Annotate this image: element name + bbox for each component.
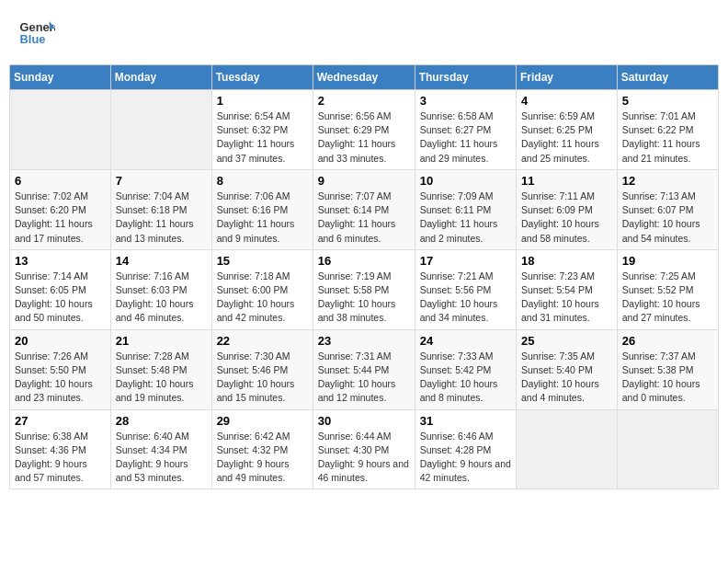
day-info: Sunrise: 7:01 AM Sunset: 6:22 PM Dayligh… (622, 109, 713, 166)
calendar-cell: 27Sunrise: 6:38 AM Sunset: 4:36 PM Dayli… (10, 409, 111, 489)
day-number: 14 (116, 254, 207, 268)
day-info: Sunrise: 6:54 AM Sunset: 6:32 PM Dayligh… (217, 109, 308, 166)
day-info: Sunrise: 7:37 AM Sunset: 5:38 PM Dayligh… (622, 350, 713, 406)
calendar-cell: 13Sunrise: 7:14 AM Sunset: 6:05 PM Dayli… (10, 249, 111, 329)
day-info: Sunrise: 6:58 AM Sunset: 6:27 PM Dayligh… (420, 109, 511, 166)
day-number: 7 (116, 174, 207, 188)
day-info: Sunrise: 6:40 AM Sunset: 4:34 PM Dayligh… (116, 430, 207, 486)
day-number: 21 (116, 334, 207, 348)
day-number: 19 (622, 254, 713, 268)
svg-text:Blue: Blue (20, 32, 46, 46)
day-number: 11 (521, 174, 612, 188)
day-number: 3 (420, 94, 511, 108)
day-number: 30 (318, 414, 410, 428)
day-number: 17 (420, 254, 511, 268)
calendar-week-2: 6Sunrise: 7:02 AM Sunset: 6:20 PM Daylig… (10, 169, 719, 249)
calendar-week-3: 13Sunrise: 7:14 AM Sunset: 6:05 PM Dayli… (10, 249, 719, 329)
day-info: Sunrise: 6:38 AM Sunset: 4:36 PM Dayligh… (15, 430, 106, 486)
calendar-cell: 10Sunrise: 7:09 AM Sunset: 6:11 PM Dayli… (415, 169, 516, 249)
day-info: Sunrise: 7:19 AM Sunset: 5:58 PM Dayligh… (318, 270, 410, 326)
day-number: 16 (318, 254, 410, 268)
day-info: Sunrise: 7:30 AM Sunset: 5:46 PM Dayligh… (217, 350, 308, 406)
day-number: 6 (15, 174, 106, 188)
day-info: Sunrise: 7:04 AM Sunset: 6:18 PM Dayligh… (116, 190, 207, 246)
calendar-cell: 19Sunrise: 7:25 AM Sunset: 5:52 PM Dayli… (617, 249, 718, 329)
day-info: Sunrise: 7:33 AM Sunset: 5:42 PM Dayligh… (420, 350, 511, 406)
day-info: Sunrise: 7:35 AM Sunset: 5:40 PM Dayligh… (521, 350, 612, 406)
weekday-header-sunday: Sunday (10, 65, 111, 90)
calendar-cell: 11Sunrise: 7:11 AM Sunset: 6:09 PM Dayli… (517, 169, 618, 249)
day-info: Sunrise: 7:13 AM Sunset: 6:07 PM Dayligh… (622, 190, 713, 246)
logo: General Blue (18, 14, 59, 51)
calendar-cell: 15Sunrise: 7:18 AM Sunset: 6:00 PM Dayli… (211, 249, 313, 329)
weekday-header-wednesday: Wednesday (313, 65, 415, 90)
day-info: Sunrise: 7:31 AM Sunset: 5:44 PM Dayligh… (318, 350, 410, 406)
calendar-cell: 1Sunrise: 6:54 AM Sunset: 6:32 PM Daylig… (211, 90, 313, 170)
day-info: Sunrise: 7:11 AM Sunset: 6:09 PM Dayligh… (521, 190, 612, 246)
day-info: Sunrise: 7:25 AM Sunset: 5:52 PM Dayligh… (622, 270, 713, 326)
weekday-header-friday: Friday (517, 65, 618, 90)
calendar-cell (617, 409, 718, 489)
weekday-header-thursday: Thursday (415, 65, 516, 90)
calendar-cell: 21Sunrise: 7:28 AM Sunset: 5:48 PM Dayli… (110, 329, 211, 409)
calendar-cell: 31Sunrise: 6:46 AM Sunset: 4:28 PM Dayli… (415, 409, 516, 489)
day-number: 12 (622, 174, 713, 188)
calendar-week-1: 1Sunrise: 6:54 AM Sunset: 6:32 PM Daylig… (10, 90, 719, 170)
calendar-week-4: 20Sunrise: 7:26 AM Sunset: 5:50 PM Dayli… (10, 329, 719, 409)
calendar-cell: 6Sunrise: 7:02 AM Sunset: 6:20 PM Daylig… (10, 169, 111, 249)
calendar-cell: 22Sunrise: 7:30 AM Sunset: 5:46 PM Dayli… (211, 329, 313, 409)
day-info: Sunrise: 7:28 AM Sunset: 5:48 PM Dayligh… (116, 350, 207, 406)
day-number: 8 (217, 174, 308, 188)
calendar-header-row: SundayMondayTuesdayWednesdayThursdayFrid… (10, 65, 719, 90)
calendar-cell (517, 409, 618, 489)
day-info: Sunrise: 6:42 AM Sunset: 4:32 PM Dayligh… (217, 430, 308, 486)
day-number: 20 (15, 334, 106, 348)
calendar-body: 1Sunrise: 6:54 AM Sunset: 6:32 PM Daylig… (10, 90, 719, 489)
day-number: 29 (217, 414, 308, 428)
day-number: 31 (420, 414, 511, 428)
day-number: 9 (318, 174, 410, 188)
day-info: Sunrise: 7:14 AM Sunset: 6:05 PM Dayligh… (15, 270, 106, 326)
calendar-cell: 2Sunrise: 6:56 AM Sunset: 6:29 PM Daylig… (313, 90, 415, 170)
calendar-cell (10, 90, 111, 170)
calendar-cell: 4Sunrise: 6:59 AM Sunset: 6:25 PM Daylig… (517, 90, 618, 170)
calendar-cell: 24Sunrise: 7:33 AM Sunset: 5:42 PM Dayli… (415, 329, 516, 409)
day-number: 18 (521, 254, 612, 268)
day-number: 1 (217, 94, 308, 108)
day-info: Sunrise: 7:26 AM Sunset: 5:50 PM Dayligh… (15, 350, 106, 406)
calendar-cell: 8Sunrise: 7:06 AM Sunset: 6:16 PM Daylig… (211, 169, 313, 249)
calendar-cell: 29Sunrise: 6:42 AM Sunset: 4:32 PM Dayli… (211, 409, 313, 489)
day-info: Sunrise: 7:07 AM Sunset: 6:14 PM Dayligh… (318, 190, 410, 246)
day-number: 4 (521, 94, 612, 108)
day-info: Sunrise: 6:44 AM Sunset: 4:30 PM Dayligh… (318, 430, 410, 486)
day-number: 27 (15, 414, 106, 428)
calendar-cell: 17Sunrise: 7:21 AM Sunset: 5:56 PM Dayli… (415, 249, 516, 329)
day-info: Sunrise: 7:16 AM Sunset: 6:03 PM Dayligh… (116, 270, 207, 326)
weekday-header-tuesday: Tuesday (211, 65, 313, 90)
calendar-cell: 14Sunrise: 7:16 AM Sunset: 6:03 PM Dayli… (110, 249, 211, 329)
day-number: 28 (116, 414, 207, 428)
calendar-cell: 25Sunrise: 7:35 AM Sunset: 5:40 PM Dayli… (517, 329, 618, 409)
day-number: 22 (217, 334, 308, 348)
calendar-week-5: 27Sunrise: 6:38 AM Sunset: 4:36 PM Dayli… (10, 409, 719, 489)
day-number: 25 (521, 334, 612, 348)
calendar-cell: 3Sunrise: 6:58 AM Sunset: 6:27 PM Daylig… (415, 90, 516, 170)
day-number: 5 (622, 94, 713, 108)
calendar-cell: 20Sunrise: 7:26 AM Sunset: 5:50 PM Dayli… (10, 329, 111, 409)
day-number: 15 (217, 254, 308, 268)
calendar-cell: 5Sunrise: 7:01 AM Sunset: 6:22 PM Daylig… (617, 90, 718, 170)
day-info: Sunrise: 6:56 AM Sunset: 6:29 PM Dayligh… (318, 109, 410, 166)
day-info: Sunrise: 7:06 AM Sunset: 6:16 PM Dayligh… (217, 190, 308, 246)
day-info: Sunrise: 6:59 AM Sunset: 6:25 PM Dayligh… (521, 109, 612, 166)
calendar-cell: 7Sunrise: 7:04 AM Sunset: 6:18 PM Daylig… (110, 169, 211, 249)
calendar-cell: 28Sunrise: 6:40 AM Sunset: 4:34 PM Dayli… (110, 409, 211, 489)
day-info: Sunrise: 7:09 AM Sunset: 6:11 PM Dayligh… (420, 190, 511, 246)
calendar-cell (110, 90, 211, 170)
day-number: 13 (15, 254, 106, 268)
day-number: 10 (420, 174, 511, 188)
calendar-cell: 18Sunrise: 7:23 AM Sunset: 5:54 PM Dayli… (517, 249, 618, 329)
day-info: Sunrise: 7:02 AM Sunset: 6:20 PM Dayligh… (15, 190, 106, 246)
day-number: 2 (318, 94, 410, 108)
weekday-header-saturday: Saturday (617, 65, 718, 90)
day-info: Sunrise: 7:21 AM Sunset: 5:56 PM Dayligh… (420, 270, 511, 326)
